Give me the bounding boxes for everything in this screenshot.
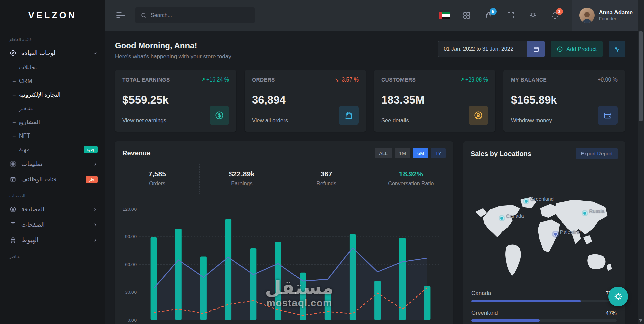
sidebar-section-menu: قائمة الطعام <box>0 31 105 45</box>
view-net-earnings-link[interactable]: View net earnings <box>122 117 166 124</box>
map-marker-canada[interactable] <box>500 216 504 220</box>
sidebar-item-apps[interactable]: تطبيقات <box>0 156 105 172</box>
calendar-button[interactable] <box>527 41 545 57</box>
scrollbar-down-arrow[interactable] <box>639 319 642 322</box>
user-name: Anna Adame <box>599 9 633 16</box>
sidebar-item-layouts[interactable]: فئات الوظائف حار <box>0 172 105 187</box>
sidebar-item-label: الصفحات <box>21 221 88 228</box>
stat-trend: +16.24 % <box>206 77 229 83</box>
export-report-button[interactable]: Export Report <box>576 148 618 159</box>
page-header: Good Morning, Anna! Here's what's happen… <box>115 41 625 60</box>
date-range-group <box>438 41 545 57</box>
notifications-button[interactable]: 3 <box>546 7 564 24</box>
map-marker-greenland[interactable] <box>524 199 528 203</box>
add-product-button[interactable]: Add Product <box>551 41 603 57</box>
plus-circle-icon <box>557 46 563 52</box>
uae-flag-icon <box>439 12 450 19</box>
app-window: VELZON قائمة الطعام لوحات القيادة تحليلا… <box>0 0 644 324</box>
stat-label: TOTAL EARNINGS <box>122 77 170 83</box>
chevron-right-icon <box>93 207 98 212</box>
sidebar-subitem-crypto[interactable]: تشفير <box>0 102 105 115</box>
stat-trend: +29.08 % <box>465 77 488 83</box>
view-all-orders-link[interactable]: View all orders <box>252 117 288 124</box>
stat-card-customers: CUSTOMERS +29.08 % 183.35M See details <box>374 70 495 132</box>
filter-1y-button[interactable]: 1Y <box>431 148 446 158</box>
map-marker-label: Canada <box>506 213 524 219</box>
withdraw-money-link[interactable]: Withdraw money <box>511 117 552 124</box>
sidebar-subitem-crm[interactable]: CRM <box>0 74 105 88</box>
stat-label: ORDERS <box>252 77 275 83</box>
location-row-greenland: Greenland 47% <box>471 310 617 322</box>
revenue-summary-orders: 7,585 Orders <box>115 164 199 194</box>
sidebar-subitem-projects[interactable]: المشاريع <box>0 115 105 129</box>
sales-title: Sales by Locations <box>471 150 531 158</box>
page-title: Good Morning, Anna! <box>115 41 232 50</box>
sidebar-item-label: الهبوط <box>21 236 88 244</box>
chevron-down-icon <box>93 51 98 56</box>
search-box <box>135 7 255 23</box>
shopping-bag-icon <box>339 106 359 125</box>
progress-bar <box>471 300 617 302</box>
filter-1m-button[interactable]: 1M <box>395 148 410 158</box>
svg-text:90.00: 90.00 <box>125 234 137 239</box>
theme-toggle-button[interactable] <box>524 7 542 24</box>
language-flag-button[interactable] <box>436 7 453 24</box>
subitem-label: التجارة الإلكترونية <box>19 91 61 98</box>
settings-fab-button[interactable] <box>608 287 628 306</box>
summary-value: $22.89k <box>200 170 284 178</box>
web-apps-button[interactable] <box>458 7 475 24</box>
activity-button[interactable] <box>609 41 625 57</box>
fullscreen-button[interactable] <box>502 7 520 24</box>
page-header-controls: Add Product <box>438 41 625 57</box>
filter-all-button[interactable]: ALL <box>375 148 392 158</box>
cart-button[interactable]: 5 <box>480 7 497 24</box>
stat-cards: TOTAL EARNINGS +16.24 % $559.25k View ne… <box>115 70 625 132</box>
revenue-filters: ALL 1M 6M 1Y <box>375 148 446 158</box>
dollar-circle-icon <box>210 106 229 125</box>
svg-text:120.00: 120.00 <box>123 207 137 212</box>
trend-up-icon <box>460 77 464 83</box>
sidebar-subitem-job[interactable]: مهنة جديد <box>0 143 105 156</box>
chevron-right-icon <box>93 238 98 243</box>
pages-icon <box>9 221 17 228</box>
revenue-chart: 0.0030.0060.0090.00120.00 <box>115 194 453 324</box>
revenue-summary-refunds: 367 Refunds <box>284 164 369 194</box>
stat-trend: +0.00 % <box>598 77 618 83</box>
date-range-input[interactable] <box>438 41 527 57</box>
filter-6m-button[interactable]: 6M <box>413 148 428 158</box>
map-marker-russia[interactable] <box>583 211 587 215</box>
chevron-right-icon <box>93 222 98 227</box>
map-marker-palestine[interactable] <box>553 232 558 236</box>
stat-card-orders: ORDERS -3.57 % 36,894 View all orders <box>245 70 366 132</box>
page-scrollbar[interactable] <box>638 0 644 324</box>
sidebar-subitem-nft[interactable]: NFT <box>0 129 105 143</box>
user-menu[interactable]: Anna Adame Founder <box>572 0 644 31</box>
dashboard-row-2: Revenue ALL 1M 6M 1Y 7,585 Orders $22.89… <box>115 141 638 324</box>
summary-value: 18.92% <box>369 170 453 178</box>
progress-bar <box>471 319 617 322</box>
user-circle-icon <box>9 206 17 213</box>
sidebar-item-dashboards[interactable]: لوحات القيادة <box>0 45 105 61</box>
app-logo[interactable]: VELZON <box>0 0 105 31</box>
summary-value: 367 <box>284 170 369 178</box>
svg-text:60.00: 60.00 <box>125 262 137 267</box>
scrollbar-thumb[interactable] <box>639 31 643 121</box>
stat-value: 36,894 <box>252 94 359 106</box>
sidebar-item-landing[interactable]: الهبوط <box>0 232 105 248</box>
sidebar-item-label: لوحات القيادة <box>21 49 88 57</box>
wallet-icon <box>598 106 618 125</box>
sidebar-subitem-ecommerce[interactable]: التجارة الإلكترونية <box>0 88 105 102</box>
sidebar-item-authentication[interactable]: المصادقة <box>0 202 105 217</box>
revenue-summary: 7,585 Orders $22.89k Earnings 367 Refund… <box>115 164 453 194</box>
hamburger-menu-button[interactable] <box>116 12 125 18</box>
sidebar-subitem-analytics[interactable]: تحليلات <box>0 61 105 74</box>
search-input[interactable] <box>151 12 249 18</box>
see-details-link[interactable]: See details <box>381 117 409 124</box>
greeting-block: Good Morning, Anna! Here's what's happen… <box>115 41 232 60</box>
chevron-right-icon <box>93 162 98 167</box>
sidebar-item-pages[interactable]: الصفحات <box>0 217 105 232</box>
main-content: Good Morning, Anna! Here's what's happen… <box>105 31 638 324</box>
stat-value: $165.89k <box>511 94 618 106</box>
user-circle-icon <box>469 106 488 125</box>
stat-card-balance: MY BALANCE +0.00 % $165.89k Withdraw mon… <box>503 70 625 132</box>
